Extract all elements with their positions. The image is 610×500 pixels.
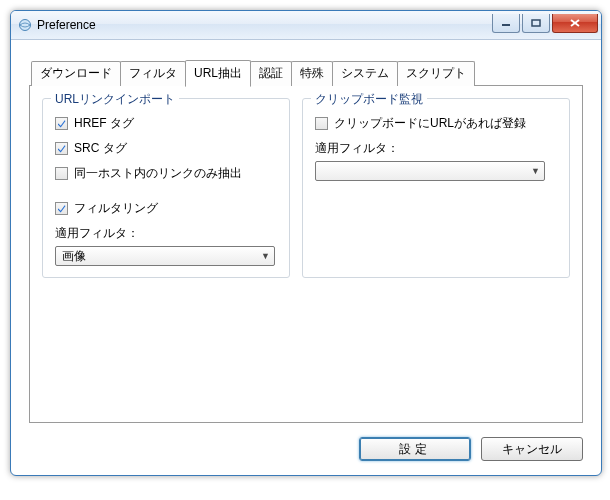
check-samehost[interactable] (55, 167, 68, 180)
tab-auth[interactable]: 認証 (250, 61, 292, 86)
dialog-footer: 設定 キャンセル (29, 437, 583, 461)
svg-point-0 (20, 20, 31, 31)
check-filtering[interactable] (55, 202, 68, 215)
tab-label: 特殊 (300, 66, 324, 80)
tab-filter[interactable]: フィルタ (120, 61, 186, 86)
window-buttons (492, 15, 598, 35)
cancel-button[interactable]: キャンセル (481, 437, 583, 461)
tab-strip: ダウンロード フィルタ URL抽出 認証 特殊 システム スクリプト (29, 58, 583, 85)
filter-combo-right[interactable]: ▼ (315, 161, 545, 181)
maximize-button[interactable] (522, 14, 550, 33)
tab-system[interactable]: システム (332, 61, 398, 86)
check-clipboard[interactable] (315, 117, 328, 130)
group-clipboard: クリップボード監視 クリップボードにURLがあれば登録 適用フィルタ： ▼ (302, 98, 570, 278)
group-url-import: URLリンクインポート HREF タグ SRC タグ 同一ホスト内のリンクのみ抽… (42, 98, 290, 278)
check-src-row[interactable]: SRC タグ (55, 140, 277, 157)
tab-label: スクリプト (406, 66, 466, 80)
filter-combo-left-value: 画像 (62, 248, 86, 265)
svg-rect-2 (532, 20, 540, 26)
filter-label-left: 適用フィルタ： (55, 225, 277, 242)
check-src-label: SRC タグ (74, 140, 127, 157)
check-filtering-row[interactable]: フィルタリング (55, 200, 277, 217)
check-clipboard-label: クリップボードにURLがあれば登録 (334, 115, 526, 132)
check-samehost-row[interactable]: 同一ホスト内のリンクのみ抽出 (55, 165, 277, 182)
close-button[interactable] (552, 14, 598, 33)
minimize-button[interactable] (492, 14, 520, 33)
preference-window: Preference ダウンロード フィルタ URL抽出 認証 特殊 システム (10, 10, 602, 476)
tab-url-extract[interactable]: URL抽出 (185, 60, 251, 87)
filter-label-right: 適用フィルタ： (315, 140, 557, 157)
check-filtering-label: フィルタリング (74, 200, 158, 217)
client-area: ダウンロード フィルタ URL抽出 認証 特殊 システム スクリプト URLリン… (11, 40, 601, 475)
ok-button-label: 設定 (399, 441, 431, 458)
check-clipboard-row[interactable]: クリップボードにURLがあれば登録 (315, 115, 557, 132)
tab-special[interactable]: 特殊 (291, 61, 333, 86)
group-title: URLリンクインポート (51, 91, 179, 108)
group-title: クリップボード監視 (311, 91, 427, 108)
cancel-button-label: キャンセル (502, 441, 562, 458)
titlebar: Preference (11, 11, 601, 40)
tab-download[interactable]: ダウンロード (31, 61, 121, 86)
filter-combo-left[interactable]: 画像 ▼ (55, 246, 275, 266)
tab-label: 認証 (259, 66, 283, 80)
app-icon (17, 17, 33, 33)
svg-rect-1 (502, 24, 510, 26)
chevron-down-icon: ▼ (261, 251, 270, 261)
check-href-label: HREF タグ (74, 115, 134, 132)
tab-label: ダウンロード (40, 66, 112, 80)
tab-label: フィルタ (129, 66, 177, 80)
tab-page: URLリンクインポート HREF タグ SRC タグ 同一ホスト内のリンクのみ抽… (29, 85, 583, 423)
check-href[interactable] (55, 117, 68, 130)
tab-label: システム (341, 66, 389, 80)
tab-script[interactable]: スクリプト (397, 61, 475, 86)
ok-button[interactable]: 設定 (359, 437, 471, 461)
window-title: Preference (37, 18, 492, 32)
check-href-row[interactable]: HREF タグ (55, 115, 277, 132)
check-samehost-label: 同一ホスト内のリンクのみ抽出 (74, 165, 242, 182)
tab-label: URL抽出 (194, 66, 242, 80)
chevron-down-icon: ▼ (531, 166, 540, 176)
check-src[interactable] (55, 142, 68, 155)
